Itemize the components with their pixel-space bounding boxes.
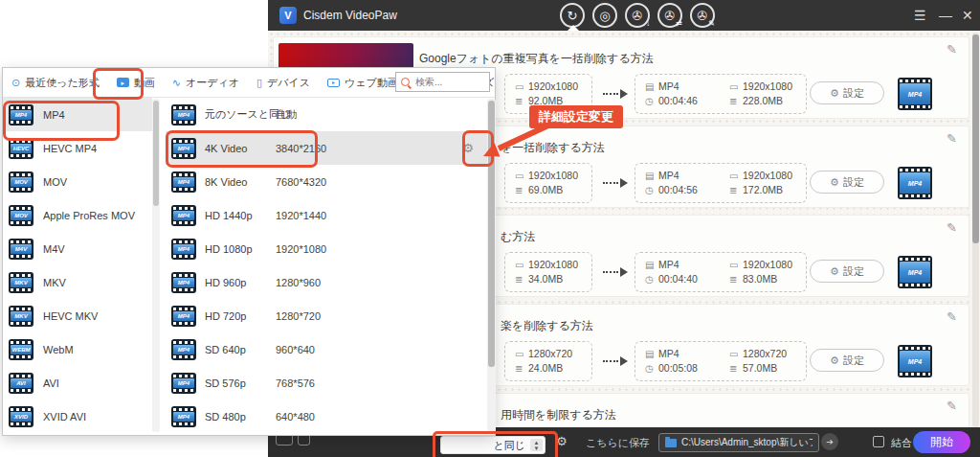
edit-badge-icon: ✎ [708, 19, 715, 28]
output-info-box: ▤MP4 ▭1920x1080 ◷00:04:46 ≣228.0MB [635, 74, 807, 114]
gear-icon: ⚙ [830, 87, 839, 100]
preset-item[interactable]: MP4 元のソースと同じ 自動 ⚙ [166, 98, 487, 131]
screen-record-icon[interactable]: ◎ [592, 3, 617, 28]
preset-item[interactable]: MP4 HD 1080p 1920*1080 ⚙ [166, 232, 487, 265]
format-item[interactable]: MKV HEVC MKV [3, 299, 152, 332]
list-scrollbar[interactable] [972, 33, 979, 427]
format-film-icon: WEBM [9, 339, 33, 360]
preset-film-icon: MP4 [171, 138, 196, 159]
preset-item[interactable]: MP4 HD 960p 1280*960 ⚙ [166, 265, 487, 299]
preset-film-icon: MP4 [171, 272, 196, 293]
video-title: Googleフォトの重複写真を一括削除する方法 [419, 51, 654, 67]
format-item[interactable]: MKV MKV [3, 265, 152, 299]
video-icon: ▸ [117, 78, 129, 87]
tab-recent-formats[interactable]: ⊙ 最近使った形式 [3, 76, 108, 90]
global-settings-gear-icon[interactable]: ⚙ [556, 434, 568, 448]
format-film-icon: MP4 [9, 104, 33, 126]
merge-label: 結合 [891, 436, 912, 450]
preset-item[interactable]: MP4 SD 576p 768*576 ⚙ [166, 366, 487, 400]
resolution-icon: ▭ [729, 169, 743, 183]
edit-title-icon[interactable]: ✎ [947, 399, 957, 413]
folder-icon [665, 439, 677, 447]
settings-button[interactable]: ⚙設定 [810, 171, 884, 194]
minimize-button[interactable]: — [939, 7, 952, 24]
video-download-icon[interactable]: ✇↓ [625, 3, 650, 28]
resolution-icon: ▭ [729, 80, 743, 94]
resolution-icon: ▭ [515, 347, 528, 361]
format-item[interactable]: MOV MOV [3, 165, 152, 198]
format-tabbar: ⊙ 最近使った形式 ▸ 動画 ∿ オーディオ ▯ デバイス ▸ ウェブ動画 ☰ … [3, 68, 495, 98]
preset-settings-gear-icon[interactable]: ⚙ [462, 141, 474, 155]
format-item[interactable]: M4V M4V [3, 232, 152, 265]
settings-button[interactable]: ⚙設定 [810, 260, 884, 283]
dropdown-stepper-icon[interactable]: ▲▼ [530, 439, 543, 451]
merge-checkbox[interactable] [873, 436, 884, 447]
resolution-icon: ▭ [729, 347, 743, 361]
preset-item[interactable]: MP4 SD 640p 960*640 ⚙ [166, 332, 487, 366]
filesize-icon: ≣ [515, 183, 528, 197]
menu-button[interactable]: ☰ [914, 7, 926, 24]
search-icon [401, 78, 410, 86]
edit-title-icon[interactable]: ✎ [947, 131, 957, 146]
open-folder-button[interactable]: ➔ [821, 433, 838, 450]
tab-audio[interactable]: ∿ オーディオ [164, 76, 248, 90]
preset-item[interactable]: MP4 HD 1440p 1920*1440 ⚙ [166, 198, 487, 232]
convert-arrow-icon [603, 179, 628, 187]
tab-video[interactable]: ▸ 動画 [108, 76, 164, 90]
filesize-icon: ≣ [515, 94, 528, 108]
edit-title-icon[interactable]: ✎ [947, 220, 957, 235]
duration-icon: ◷ [645, 361, 658, 376]
main-toolbar: ↻ ◎ ✇↓ ✇⇄ ✇✎ [560, 3, 715, 28]
resolution-icon: ▭ [515, 80, 528, 94]
format-item[interactable]: AVI AVI [3, 366, 152, 400]
save-destination-label: こちらに保存 [586, 436, 650, 450]
video-convert-icon[interactable]: ✇⇄ [657, 3, 682, 28]
filesize-icon: ≣ [515, 361, 528, 376]
format-film-icon: MOV [9, 171, 33, 193]
preset-item[interactable]: MP4 4K Video 3840*2160 ⚙ [166, 131, 487, 165]
format-item[interactable]: MOV Apple ProRes MOV [3, 198, 152, 232]
format-list-scrollbar[interactable] [152, 99, 160, 432]
start-button[interactable]: 開始 [913, 431, 970, 453]
gear-icon: ⚙ [830, 354, 839, 367]
settings-button[interactable]: ⚙設定 [810, 349, 884, 372]
edit-title-icon[interactable]: ✎ [947, 42, 957, 57]
close-button[interactable]: ✕ [962, 7, 973, 24]
format-search[interactable] [395, 72, 490, 92]
video-edit-icon[interactable]: ✇✎ [690, 3, 715, 28]
output-format-icon: MP4 [898, 256, 932, 288]
output-info-box: ▤MP4 ▭1920x1080 ◷00:04:56 ≣172.0MB [635, 163, 807, 203]
preset-list-scrollbar[interactable] [487, 99, 496, 432]
tab-web-video[interactable]: ▸ ウェブ動画 [319, 76, 407, 90]
preset-item[interactable]: MP4 HD 720p 1280*720 ⚙ [166, 299, 487, 332]
preset-film-icon: MP4 [171, 373, 196, 394]
format-item[interactable]: WEBM WebM [3, 332, 152, 366]
format-film-icon: HEVC [9, 138, 33, 159]
gear-icon: ⚙ [830, 265, 839, 278]
preset-item[interactable]: MP4 8K Video 7680*4320 ⚙ [166, 165, 487, 198]
convert-arrow-icon [603, 357, 628, 365]
output-format-icon: MP4 [898, 345, 932, 377]
recent-icon: ⊙ [11, 78, 20, 88]
app-title: Cisdem VideoPaw [303, 9, 397, 22]
format-item[interactable]: HEVC HEVC MP4 [3, 131, 152, 165]
format-film-icon: MOV [9, 205, 33, 226]
format-item[interactable]: XVID XVID AVI [3, 400, 152, 433]
search-input[interactable] [413, 76, 484, 88]
preset-film-icon: MP4 [171, 104, 196, 126]
preset-item[interactable]: MP4 SD 480p 640*480 ⚙ [166, 400, 487, 433]
duration-icon: ◷ [645, 183, 658, 197]
device-icon: ▯ [256, 78, 262, 88]
output-format-dropdown[interactable]: と同じ ▲▼ [440, 436, 546, 454]
source-info-box: ▭1280x720 ≣24.0MB [504, 341, 592, 381]
filesize-icon: ≣ [729, 183, 743, 197]
format-item[interactable]: MP4 MP4 [3, 98, 152, 131]
output-info-box: ▤MP4 ▭1920x1080 ◷00:04:40 ≣83.0MB [635, 252, 807, 292]
convert-arrow-icon [603, 90, 628, 98]
save-path-field[interactable]: C:\Users\Admin_sktop\新しいフォルダー [658, 433, 819, 452]
settings-button[interactable]: ⚙設定 [810, 81, 884, 104]
filesize-icon: ≣ [515, 272, 528, 286]
edit-title-icon[interactable]: ✎ [947, 309, 957, 324]
resolution-icon: ▭ [729, 258, 743, 272]
tab-device[interactable]: ▯ デバイス [248, 76, 319, 90]
